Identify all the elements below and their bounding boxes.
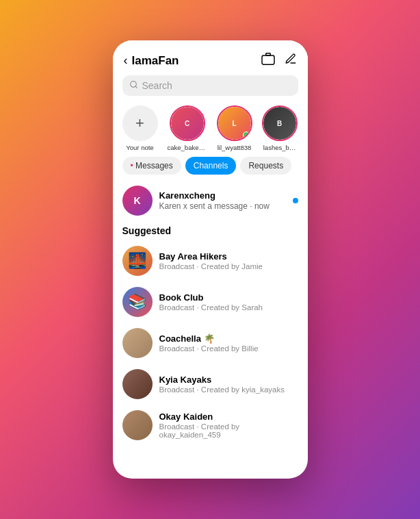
- story-avatar[interactable]: L: [217, 105, 252, 141]
- suggested-label: Suggested: [113, 221, 308, 240]
- tab-requests[interactable]: Requests: [240, 157, 291, 175]
- channel-sub: Broadcast · Created by Jamie: [159, 262, 298, 270]
- channel-sub: Broadcast · Created by okay_kaiden_459: [159, 422, 298, 439]
- channel-name: Coachella 🌴: [159, 333, 298, 344]
- channel-item-coachella[interactable]: Coachella 🌴 Broadcast · Created by Billi…: [113, 322, 308, 364]
- channel-name: Okay Kaiden: [159, 412, 298, 422]
- channel-info: Okay Kaiden Broadcast · Created by okay_…: [159, 412, 298, 439]
- msg-avatar: K: [122, 186, 153, 216]
- tab-channels[interactable]: Channels: [185, 157, 237, 175]
- tab-messages[interactable]: Messages: [122, 157, 181, 175]
- page-title: IamaFan: [132, 54, 261, 68]
- add-story-button[interactable]: +: [122, 105, 158, 141]
- channel-item-kyia-kayaks[interactable]: Kyia Kayaks Broadcast · Created by kyia_…: [113, 364, 308, 405]
- channel-item-book-club[interactable]: 📚 Book Club Broadcast · Created by Sarah: [113, 281, 308, 322]
- scroll-area[interactable]: Suggested 🌉 Bay Area Hikers Broadcast · …: [113, 221, 308, 479]
- channel-sub: Broadcast · Created by Billie: [159, 344, 298, 353]
- story-name: lashes_b…: [263, 144, 296, 151]
- channel-item-okay-kaiden[interactable]: Okay Kaiden Broadcast · Created by okay_…: [113, 405, 308, 446]
- your-note-label: Your note: [126, 144, 153, 151]
- channel-name: Kyia Kayaks: [159, 375, 298, 385]
- story-name: lil_wyatt838: [218, 144, 252, 151]
- your-note-item[interactable]: + Your note: [122, 105, 158, 151]
- unread-dot: [293, 198, 298, 203]
- msg-name: Karenxcheng: [159, 190, 286, 201]
- msg-preview: Karen x sent a message · now: [159, 201, 286, 211]
- svg-rect-1: [265, 53, 270, 55]
- channel-avatar: [122, 410, 153, 440]
- channel-sub: Broadcast · Created by kyia_kayaks: [159, 385, 298, 394]
- stories-row: + Your note C cake_baker_cj L lil_wyatt8…: [113, 103, 308, 157]
- camera-icon[interactable]: [261, 53, 275, 68]
- story-item[interactable]: C cake_baker_cj: [168, 105, 207, 151]
- channel-info: Bay Area Hikers Broadcast · Created by J…: [159, 251, 298, 270]
- channel-avatar: [122, 369, 153, 399]
- channel-avatar: [122, 328, 153, 358]
- channel-avatar: 🌉: [122, 246, 153, 276]
- recent-message-item[interactable]: K Karenxcheng Karen x sent a message · n…: [113, 180, 308, 221]
- channel-avatar: 📚: [122, 287, 153, 317]
- story-item[interactable]: B lashes_b…: [262, 105, 298, 151]
- channel-sub: Broadcast · Created by Sarah: [159, 303, 298, 312]
- search-bar[interactable]: Search: [122, 75, 298, 96]
- tabs-bar: Messages Channels Requests: [113, 157, 308, 175]
- story-avatar[interactable]: C: [170, 105, 205, 141]
- phone-frame: ‹ IamaFan Search: [113, 40, 308, 479]
- back-button[interactable]: ‹: [124, 53, 128, 68]
- channel-name: Bay Area Hikers: [159, 251, 298, 262]
- svg-rect-0: [262, 55, 274, 64]
- story-name: cake_baker_cj: [168, 144, 207, 151]
- channel-info: Book Club Broadcast · Created by Sarah: [159, 292, 298, 312]
- online-indicator: [243, 131, 250, 138]
- story-avatar[interactable]: B: [262, 105, 298, 141]
- msg-content: Karenxcheng Karen x sent a message · now: [159, 190, 286, 211]
- channel-item-bay-area-hikers[interactable]: 🌉 Bay Area Hikers Broadcast · Created by…: [113, 240, 308, 281]
- header: ‹ IamaFan: [113, 40, 308, 75]
- search-icon: [129, 80, 138, 91]
- story-item[interactable]: L lil_wyatt838: [217, 105, 252, 151]
- channel-info: Coachella 🌴 Broadcast · Created by Billi…: [159, 333, 298, 353]
- compose-icon[interactable]: [285, 53, 297, 68]
- channel-info: Kyia Kayaks Broadcast · Created by kyia_…: [159, 375, 298, 394]
- search-placeholder: Search: [142, 80, 172, 91]
- svg-line-3: [135, 86, 137, 88]
- channel-name: Book Club: [159, 292, 298, 303]
